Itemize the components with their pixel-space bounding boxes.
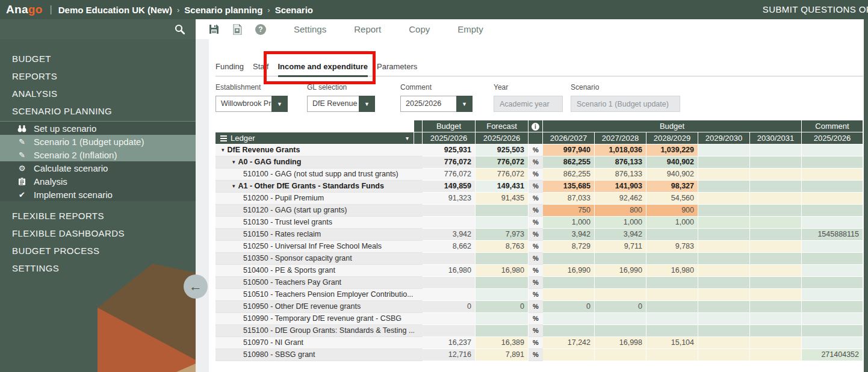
tab-parameters[interactable]: Parameters	[377, 62, 417, 77]
budget-cell[interactable]: 3,942	[423, 229, 476, 241]
year-cell[interactable]: 940,902	[646, 157, 698, 169]
year-cell[interactable]	[698, 217, 750, 229]
dropdown-arrow-icon[interactable]: ▼	[456, 96, 473, 112]
ledger-cell-510400-pe-sports-grant[interactable]: 510400 - PE & Sports grant	[215, 265, 414, 277]
forecast-cell[interactable]: 776,072	[476, 169, 529, 181]
year-cell[interactable]: 92,462	[595, 193, 646, 205]
year-cell[interactable]	[646, 325, 698, 337]
tab-funding[interactable]: Funding	[215, 62, 244, 77]
ledger-cell-510500-teachers-pay-grant[interactable]: 510500 - Teachers Pay Grant	[215, 277, 414, 289]
year-cell[interactable]: 3,942	[595, 229, 646, 241]
help-button[interactable]: ?	[255, 24, 266, 35]
vertical-scrollbar[interactable]	[864, 19, 868, 372]
breadcrumb-item-establishment[interactable]: Demo Education UK (New)	[58, 5, 172, 15]
budget-cell[interactable]: 925,931	[423, 144, 476, 157]
year-cell[interactable]	[595, 253, 646, 265]
ledger-cell-510200-pupil-premium[interactable]: 510200 - Pupil Premium	[215, 193, 414, 205]
year-cell[interactable]	[750, 253, 802, 265]
sidebar-collapse-button[interactable]: ←	[184, 274, 208, 299]
percent-button[interactable]: %	[529, 169, 543, 181]
ledger-cell-510510-teachers-pension-employer-contrib[interactable]: 510510 - Teachers Pension Employer Contr…	[215, 289, 414, 301]
sidebar-item-calculate-scenario[interactable]: ⚙Calculate scenario	[0, 161, 196, 175]
year-cell[interactable]: 800	[595, 205, 646, 217]
comment-cell[interactable]	[802, 301, 863, 313]
comment-cell[interactable]	[802, 181, 863, 193]
comment-cell[interactable]	[802, 157, 863, 169]
year-cell[interactable]	[750, 313, 802, 325]
year-cell[interactable]: 1,018,036	[595, 144, 646, 157]
percent-button[interactable]: %	[529, 157, 543, 169]
forecast-cell[interactable]	[476, 253, 529, 265]
forecast-cell[interactable]	[476, 289, 529, 301]
column-menu-icon[interactable]	[220, 134, 227, 143]
percent-button[interactable]: %	[529, 337, 543, 349]
budget-cell[interactable]	[423, 313, 476, 325]
year-cell[interactable]	[698, 181, 750, 193]
ledger-cell-510970-ni-grant[interactable]: 510970 - NI Grant	[215, 337, 414, 349]
percent-button[interactable]: %	[529, 241, 543, 253]
budget-cell[interactable]: 0	[423, 301, 476, 313]
percent-button[interactable]: %	[529, 253, 543, 265]
ledger-cell-510350-sponsor-capacity-grant[interactable]: 510350 - Sponsor capacity grant	[215, 253, 414, 265]
ledger-cell-510100-gag-not-stud-supp-and-trust-grant[interactable]: 510100 - GAG (not stud supp and trust gr…	[215, 169, 414, 181]
budget-cell[interactable]: 149,859	[423, 181, 476, 193]
year-cell[interactable]: 16,990	[595, 265, 646, 277]
chevron-down-icon[interactable]: ▾	[406, 132, 409, 144]
forecast-cell[interactable]	[476, 217, 529, 229]
year-cell[interactable]	[543, 325, 595, 337]
toolbar-menu-report[interactable]: Report	[354, 24, 381, 34]
sidebar-item-implement-scenario[interactable]: ✔Implement scenario	[0, 188, 196, 201]
year-cell[interactable]: 940,902	[646, 169, 698, 181]
percent-button[interactable]: %	[529, 349, 543, 361]
year-cell[interactable]: 17,242	[543, 337, 595, 349]
tab-income-and-expenditure[interactable]: Income and expenditure	[278, 62, 368, 77]
year-cell[interactable]: 8,729	[543, 241, 595, 253]
year-cell[interactable]	[543, 349, 595, 361]
year-cell[interactable]	[543, 253, 595, 265]
year-cell[interactable]	[595, 289, 646, 301]
year-cell[interactable]	[698, 144, 750, 157]
year-cell[interactable]	[698, 265, 750, 277]
forecast-cell[interactable]	[476, 325, 529, 337]
budget-cell[interactable]	[423, 277, 476, 289]
forecast-cell[interactable]: 8,763	[476, 241, 529, 253]
info-icon[interactable]: i	[532, 123, 539, 131]
comment-cell[interactable]	[802, 265, 863, 277]
year-cell[interactable]	[750, 241, 802, 253]
anago-logo[interactable]: Anago	[6, 3, 43, 16]
percent-button[interactable]: %	[529, 217, 543, 229]
comment-cell[interactable]: 1545888115	[802, 229, 863, 241]
year-cell[interactable]	[750, 181, 802, 193]
save-button[interactable]	[209, 24, 219, 34]
forecast-cell[interactable]	[476, 205, 529, 217]
year-cell[interactable]: 876,133	[595, 169, 646, 181]
comment-cell[interactable]	[802, 193, 863, 205]
forecast-cell[interactable]: 925,503	[476, 144, 529, 157]
sidebar-item-settings[interactable]: SETTINGS	[0, 259, 196, 277]
budget-cell[interactable]: 12,716	[423, 349, 476, 361]
year-cell[interactable]	[698, 325, 750, 337]
year-cell[interactable]	[750, 325, 802, 337]
budget-cell[interactable]: 8,662	[423, 241, 476, 253]
sidebar-item-flexible-reports[interactable]: FLEXIBLE REPORTS	[0, 207, 196, 225]
year-cell[interactable]	[698, 337, 750, 349]
sidebar-item-budget[interactable]: BUDGET	[0, 50, 196, 67]
submit-questions-link[interactable]: SUBMIT QUESTIONS OR	[763, 0, 868, 19]
breadcrumb-item-scenario[interactable]: Scenario	[275, 5, 313, 15]
tab-staff[interactable]: Staff	[253, 62, 269, 77]
year-cell[interactable]: 16,990	[543, 265, 595, 277]
year-cell[interactable]: 9,711	[595, 241, 646, 253]
comment-cell[interactable]	[802, 313, 863, 325]
year-cell[interactable]: 87,033	[543, 193, 595, 205]
year-cell[interactable]	[646, 313, 698, 325]
percent-button[interactable]: %	[529, 277, 543, 289]
year-cell[interactable]	[698, 313, 750, 325]
ledger-cell-510980-sbsg-grant[interactable]: 510980 - SBSG grant	[215, 349, 414, 361]
ledger-cell-dfe-revenue-grants[interactable]: ▾DfE Revenue Grants	[215, 144, 414, 157]
search-icon[interactable]	[175, 24, 185, 34]
forecast-cell[interactable]: 0	[476, 301, 529, 313]
year-cell[interactable]: 15,104	[646, 337, 698, 349]
sidebar-item-scenario-1-budget-update[interactable]: ✎Scenario 1 (Budget update)	[0, 135, 196, 148]
comment-cell[interactable]	[802, 144, 863, 157]
year-cell[interactable]	[750, 337, 802, 349]
